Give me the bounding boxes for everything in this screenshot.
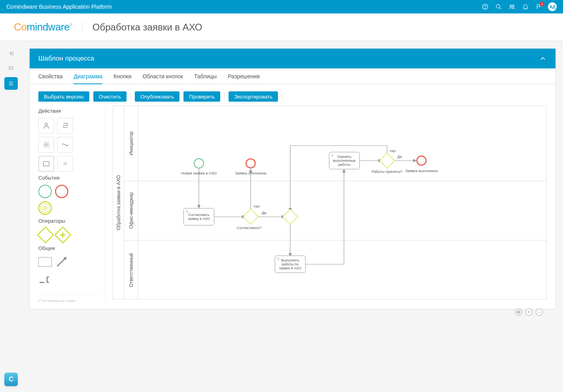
palette-task[interactable] bbox=[38, 156, 54, 172]
palette-script-task[interactable] bbox=[57, 118, 73, 134]
header: Comindware® Обработка заявки в АХО bbox=[0, 13, 563, 41]
svg-point-12 bbox=[45, 123, 47, 125]
palette-arrow[interactable] bbox=[55, 255, 68, 270]
flag-icon[interactable]: 1 bbox=[532, 0, 546, 13]
divider bbox=[82, 21, 83, 33]
app-launcher-icon[interactable]: C bbox=[4, 373, 18, 386]
gateway-merge[interactable] bbox=[282, 209, 298, 225]
start-event-label: Новая заявка в АХО bbox=[181, 171, 217, 175]
notification-badge: 1 bbox=[540, 2, 544, 6]
publish-button[interactable]: Опубликовать bbox=[135, 91, 179, 102]
palette-user-task[interactable] bbox=[38, 118, 54, 134]
svg-point-24 bbox=[187, 210, 188, 212]
avatar[interactable]: АД bbox=[548, 2, 557, 11]
help-icon[interactable] bbox=[478, 0, 492, 13]
search-icon[interactable] bbox=[492, 0, 505, 13]
bpmn-canvas[interactable]: Обработка заявки в АХО Инициатор bbox=[113, 106, 547, 299]
tab-properties[interactable]: Свойства bbox=[38, 68, 62, 84]
task-execute[interactable]: Выполнить работы по заявке в АХО bbox=[275, 256, 306, 273]
app-title: Comindware Business Application Platform bbox=[6, 4, 112, 10]
svg-point-23 bbox=[332, 154, 333, 155]
palette-annotation[interactable] bbox=[38, 273, 52, 288]
svg-point-4 bbox=[510, 5, 512, 7]
reject-end-event[interactable] bbox=[246, 158, 256, 169]
diagram-toolbar: Выбрать версию Очистить Опубликовать Про… bbox=[30, 84, 555, 106]
element-palette: Действия События bbox=[38, 106, 106, 302]
start-event[interactable] bbox=[194, 158, 204, 169]
palette-general-title: Общее bbox=[38, 245, 100, 251]
zoom-out-icon[interactable]: − bbox=[536, 309, 543, 316]
task-evaluate[interactable]: Оценить выполненные работы bbox=[329, 152, 360, 169]
process-template-panel: Шаблон процесса Свойства Диаграмма Кнопк… bbox=[29, 48, 556, 309]
export-button[interactable]: Экспортировать bbox=[229, 91, 278, 102]
checklist-icon[interactable] bbox=[4, 62, 18, 75]
task-approve[interactable]: Согласовать заявку в АХО bbox=[183, 208, 214, 225]
flow-no-1: Нет bbox=[254, 204, 260, 208]
palette-parallel-gateway[interactable] bbox=[55, 227, 71, 243]
svg-point-1 bbox=[485, 8, 486, 8]
menu-icon[interactable] bbox=[4, 77, 18, 90]
tab-permissions[interactable]: Разрешения bbox=[228, 68, 260, 84]
flow-yes-1: Да bbox=[262, 210, 266, 215]
palette-service-task[interactable] bbox=[38, 137, 54, 153]
gateway-approved-label: Согласовано? bbox=[237, 225, 261, 230]
svg-point-20 bbox=[40, 282, 41, 283]
people-icon[interactable] bbox=[505, 0, 519, 13]
palette-truncated-label: Системное имя bbox=[38, 295, 100, 302]
bell-icon[interactable] bbox=[519, 0, 532, 13]
done-event-label: Заявка выполнена bbox=[405, 169, 438, 173]
pool-label[interactable]: Обработка заявки в АХО bbox=[113, 106, 124, 299]
topbar: Comindware Business Application Platform… bbox=[0, 0, 563, 13]
palette-operators-title: Операторы bbox=[38, 218, 100, 224]
palette-gateway[interactable] bbox=[37, 227, 54, 243]
palette-actions-title: Действия bbox=[38, 108, 100, 114]
zoom-fit-icon[interactable] bbox=[515, 309, 522, 316]
tab-diagram[interactable]: Диаграмма bbox=[74, 68, 102, 84]
lane-initiator[interactable]: Инициатор bbox=[124, 106, 546, 181]
svg-rect-14 bbox=[43, 162, 49, 166]
palette-end-event[interactable] bbox=[55, 185, 68, 198]
svg-line-3 bbox=[499, 8, 501, 9]
zoom-in-icon[interactable]: + bbox=[525, 309, 533, 316]
tab-tables[interactable]: Таблицы bbox=[194, 68, 217, 84]
svg-point-21 bbox=[42, 282, 42, 283]
tab-button-areas[interactable]: Области кнопок bbox=[143, 68, 183, 84]
palette-subprocess[interactable] bbox=[57, 137, 73, 153]
validate-button[interactable]: Проверить bbox=[183, 91, 220, 102]
palette-start-event[interactable] bbox=[38, 185, 52, 198]
panel-title: Шаблон процесса bbox=[38, 55, 94, 62]
panel-header[interactable]: Шаблон процесса bbox=[30, 49, 555, 68]
lane-responsible[interactable]: Ответственный Выполнить работы по заявке… bbox=[124, 241, 546, 299]
reject-event-label: Заявка отклонена bbox=[235, 171, 266, 175]
left-rail: C bbox=[0, 41, 22, 392]
zoom-controls: + − bbox=[515, 309, 543, 316]
select-version-button[interactable]: Выбрать версию bbox=[38, 91, 89, 102]
flow-yes-2: Да bbox=[397, 154, 402, 159]
chevron-up-icon[interactable] bbox=[539, 55, 547, 62]
collapse-icon[interactable] bbox=[4, 47, 18, 60]
palette-pool[interactable] bbox=[38, 257, 52, 267]
tab-buttons[interactable]: Кнопки bbox=[113, 68, 131, 84]
flow-no-2: Нет bbox=[390, 149, 396, 153]
svg-point-22 bbox=[43, 282, 44, 283]
tab-bar: Свойства Диаграмма Кнопки Области кнопок… bbox=[30, 68, 555, 84]
palette-events-title: События bbox=[38, 175, 100, 181]
svg-point-13 bbox=[45, 144, 47, 146]
svg-point-2 bbox=[496, 4, 500, 8]
lane-office-manager[interactable]: Офис-менеджер Согласовать заявку в АХО bbox=[124, 181, 546, 241]
page-title: Обработка заявки в АХО bbox=[93, 22, 202, 33]
svg-point-25 bbox=[278, 258, 279, 259]
gateway-approved[interactable] bbox=[243, 209, 259, 225]
logo: Comindware® bbox=[14, 21, 72, 33]
palette-add[interactable] bbox=[57, 156, 73, 172]
clear-button[interactable]: Очистить bbox=[93, 91, 127, 102]
gateway-accepted-label: Работы приняты? bbox=[372, 169, 402, 174]
done-end-event[interactable] bbox=[416, 155, 427, 166]
palette-timer-event[interactable] bbox=[38, 201, 52, 215]
svg-point-5 bbox=[512, 5, 514, 7]
